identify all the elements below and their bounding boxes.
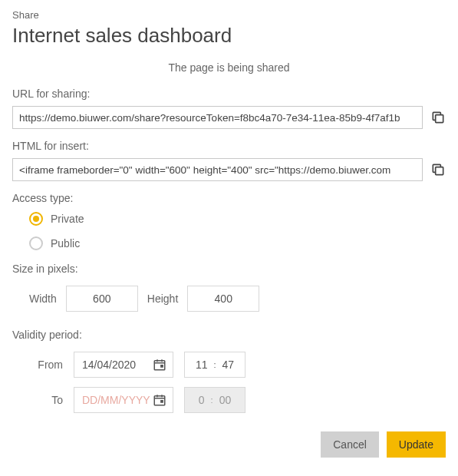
svg-rect-11: [160, 400, 163, 403]
height-input[interactable]: [187, 286, 259, 312]
from-date-value: 14/04/2020: [82, 359, 136, 371]
update-button[interactable]: Update: [387, 431, 446, 458]
page-title: Internet sales dashboard: [12, 24, 446, 48]
access-type-label: Access type:: [12, 192, 446, 204]
html-label: HTML for insert:: [12, 140, 446, 152]
copy-url-button[interactable]: [430, 110, 446, 125]
width-label: Width: [29, 293, 57, 305]
radio-private[interactable]: Private: [29, 212, 446, 226]
radio-icon-selected: [29, 212, 43, 226]
to-date-placeholder: DD/MM/YYYY: [82, 394, 150, 406]
calendar-icon: [153, 358, 166, 372]
radio-private-label: Private: [51, 213, 84, 225]
share-label: Share: [12, 9, 446, 21]
time-separator: :: [211, 395, 213, 405]
from-hour: 11: [196, 359, 208, 371]
from-date-field[interactable]: 14/04/2020: [74, 352, 173, 378]
radio-public-label: Public: [51, 237, 80, 250]
calendar-icon: [153, 393, 166, 407]
to-time-field: 0 : 00: [184, 387, 245, 413]
to-date-field[interactable]: DD/MM/YYYY: [74, 387, 173, 413]
to-minute: 00: [219, 394, 232, 406]
radio-icon: [29, 236, 43, 250]
svg-rect-1: [436, 167, 443, 175]
radio-public[interactable]: Public: [29, 236, 446, 250]
copy-icon: [430, 110, 446, 125]
to-label: To: [29, 394, 63, 406]
to-hour: 0: [199, 394, 205, 406]
size-label: Size in pixels:: [12, 263, 446, 275]
url-label: URL for sharing:: [12, 88, 446, 100]
svg-rect-0: [436, 115, 443, 123]
width-input[interactable]: [66, 286, 138, 312]
from-time-field[interactable]: 11 : 47: [184, 352, 245, 378]
validity-label: Validity period:: [12, 329, 446, 341]
share-status-message: The page is being shared: [12, 61, 446, 74]
from-label: From: [29, 359, 63, 371]
copy-html-button[interactable]: [430, 162, 446, 177]
url-input[interactable]: [12, 106, 423, 129]
height-label: Height: [147, 293, 178, 305]
cancel-button[interactable]: Cancel: [321, 431, 379, 458]
svg-rect-6: [160, 365, 163, 368]
time-separator: :: [213, 360, 216, 369]
copy-icon: [430, 162, 446, 177]
html-input[interactable]: [12, 158, 423, 181]
from-minute: 47: [222, 359, 235, 371]
